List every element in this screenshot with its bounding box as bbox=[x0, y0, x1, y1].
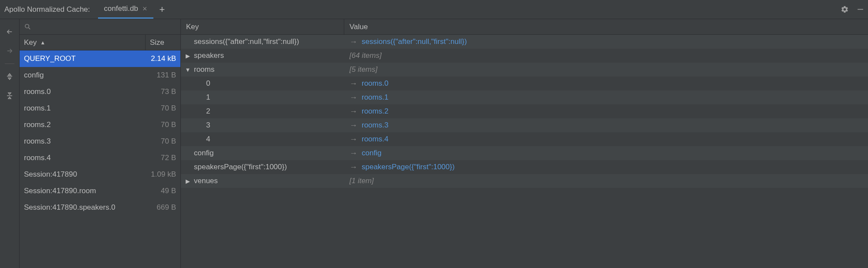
close-icon[interactable]: × bbox=[142, 4, 147, 13]
reference-arrow-icon: → bbox=[349, 107, 357, 116]
detail-key-cell: rooms bbox=[192, 65, 214, 74]
detail-key-cell: 2 bbox=[192, 107, 210, 116]
cache-key-list: QUERY_ROOT2.14 kBconfig131 Brooms.073 Br… bbox=[20, 50, 180, 268]
separator bbox=[5, 64, 14, 64]
svg-point-1 bbox=[25, 24, 29, 28]
detail-value-cell: →rooms.1 bbox=[344, 93, 868, 102]
gear-icon[interactable] bbox=[837, 2, 852, 17]
table-row[interactable]: rooms.270 B bbox=[20, 117, 180, 133]
detail-key-cell: venues bbox=[192, 177, 218, 185]
table-row[interactable]: Session:417890.room49 B bbox=[20, 183, 180, 199]
detail-rows: sessions({"after":null,"first":null})→se… bbox=[181, 35, 868, 268]
detail-header-key[interactable]: Key bbox=[181, 19, 344, 34]
detail-row[interactable]: ▶venues[1 item] bbox=[181, 174, 868, 188]
detail-value-cell: →sessions({"after":null,"first":null}) bbox=[344, 37, 868, 47]
detail-value-cell: [64 items] bbox=[344, 51, 868, 60]
table-row[interactable]: QUERY_ROOT2.14 kB bbox=[20, 50, 180, 67]
cache-key-cell: rooms.4 bbox=[24, 154, 146, 162]
cache-key-cell: Session:417890 bbox=[24, 170, 146, 179]
detail-key-wrap: sessions({"after":null,"first":null}) bbox=[183, 37, 344, 46]
detail-key-cell: sessions({"after":null,"first":null}) bbox=[192, 37, 299, 46]
add-tab-button[interactable]: + bbox=[153, 4, 171, 15]
table-row[interactable]: rooms.472 B bbox=[20, 150, 180, 166]
detail-row[interactable]: sessions({"after":null,"first":null})→se… bbox=[181, 35, 868, 49]
arrow-right-icon[interactable] bbox=[3, 44, 16, 57]
detail-key-wrap: ▶venues bbox=[183, 177, 344, 185]
cache-size-cell: 70 B bbox=[146, 104, 176, 113]
reference-link[interactable]: rooms.1 bbox=[362, 93, 388, 102]
reference-link[interactable]: rooms.4 bbox=[362, 135, 388, 144]
detail-value-cell: →rooms.0 bbox=[344, 79, 868, 88]
cache-key-cell: rooms.0 bbox=[24, 87, 146, 96]
cache-size-cell: 669 B bbox=[146, 203, 176, 212]
reference-arrow-icon: → bbox=[349, 163, 357, 172]
cache-size-cell: 73 B bbox=[146, 87, 176, 96]
detail-header-key-label: Key bbox=[186, 23, 199, 31]
detail-headers: Key Value bbox=[181, 19, 868, 35]
cache-key-cell: Session:417890.room bbox=[24, 187, 146, 195]
cache-key-cell: rooms.2 bbox=[24, 121, 146, 129]
detail-row[interactable]: speakersPage({"first":1000})→speakersPag… bbox=[181, 160, 868, 174]
gutter bbox=[0, 19, 20, 268]
detail-key-cell: 1 bbox=[192, 93, 210, 102]
detail-key-cell: speakersPage({"first":1000}) bbox=[192, 163, 287, 171]
header-key-label: Key bbox=[24, 38, 37, 47]
detail-key-wrap: 1 bbox=[183, 93, 344, 102]
collapse-all-icon[interactable] bbox=[3, 89, 16, 102]
table-row[interactable]: rooms.170 B bbox=[20, 100, 180, 117]
detail-row[interactable]: ▼rooms[5 items] bbox=[181, 63, 868, 77]
cache-key-cell: config bbox=[24, 71, 146, 80]
detail-value-cell: →rooms.2 bbox=[344, 107, 868, 116]
detail-row[interactable]: 1→rooms.1 bbox=[181, 90, 868, 104]
cache-size-cell: 1.09 kB bbox=[146, 170, 176, 179]
table-row[interactable]: rooms.370 B bbox=[20, 133, 180, 150]
search-input[interactable] bbox=[35, 23, 176, 31]
table-row[interactable]: Session:4178901.09 kB bbox=[20, 166, 180, 183]
detail-row[interactable]: 3→rooms.3 bbox=[181, 118, 868, 132]
detail-value-cell: →speakersPage({"first":1000}) bbox=[344, 163, 868, 172]
detail-key-wrap: ▶speakers bbox=[183, 51, 344, 60]
items-count: [5 items] bbox=[349, 65, 377, 74]
detail-key-cell: speakers bbox=[192, 51, 224, 60]
reference-link[interactable]: speakersPage({"first":1000}) bbox=[362, 163, 454, 171]
detail-key-wrap: 0 bbox=[183, 79, 344, 88]
detail-row[interactable]: 0→rooms.0 bbox=[181, 77, 868, 90]
detail-key-wrap: 2 bbox=[183, 107, 344, 116]
reference-arrow-icon: → bbox=[349, 93, 357, 102]
topbar: Apollo Normalized Cache: confetti.db × + bbox=[0, 0, 868, 19]
chevron-right-icon[interactable]: ▶ bbox=[183, 178, 192, 184]
detail-key-cell: 0 bbox=[192, 79, 210, 88]
reference-link[interactable]: rooms.0 bbox=[362, 79, 388, 88]
table-row[interactable]: config131 B bbox=[20, 67, 180, 84]
expand-all-icon[interactable] bbox=[3, 70, 16, 83]
tab-confetti-db[interactable]: confetti.db × bbox=[98, 0, 153, 19]
reference-arrow-icon: → bbox=[349, 37, 357, 47]
table-row[interactable]: rooms.073 B bbox=[20, 84, 180, 100]
minimize-icon[interactable] bbox=[852, 2, 868, 17]
cache-size-cell: 70 B bbox=[146, 121, 176, 129]
cache-keys-panel: Key ▲ Size QUERY_ROOT2.14 kBconfig131 Br… bbox=[20, 19, 181, 268]
detail-key-cell: config bbox=[192, 149, 214, 157]
cache-size-cell: 49 B bbox=[146, 187, 176, 195]
detail-key-cell: 3 bbox=[192, 121, 210, 130]
tool-window-title: Apollo Normalized Cache: bbox=[4, 5, 90, 14]
detail-value-cell: →rooms.3 bbox=[344, 121, 868, 130]
reference-link[interactable]: sessions({"after":null,"first":null}) bbox=[362, 37, 467, 46]
chevron-down-icon[interactable]: ▼ bbox=[183, 67, 192, 73]
reference-link[interactable]: rooms.2 bbox=[362, 107, 388, 116]
detail-header-value[interactable]: Value bbox=[344, 19, 868, 34]
header-key[interactable]: Key ▲ bbox=[20, 35, 146, 50]
table-row[interactable]: Session:417890.speakers.0669 B bbox=[20, 199, 180, 216]
chevron-right-icon[interactable]: ▶ bbox=[183, 53, 192, 59]
detail-row[interactable]: 4→rooms.4 bbox=[181, 132, 868, 146]
reference-link[interactable]: config bbox=[362, 149, 381, 157]
detail-row[interactable]: 2→rooms.2 bbox=[181, 104, 868, 118]
detail-row[interactable]: ▶speakers[64 items] bbox=[181, 49, 868, 63]
header-size[interactable]: Size bbox=[146, 35, 180, 50]
items-count: [1 item] bbox=[349, 177, 374, 185]
reference-link[interactable]: rooms.3 bbox=[362, 121, 388, 130]
reference-arrow-icon: → bbox=[349, 79, 357, 88]
arrow-left-icon[interactable] bbox=[3, 25, 16, 38]
detail-row[interactable]: config→config bbox=[181, 146, 868, 160]
search-row bbox=[20, 19, 180, 35]
